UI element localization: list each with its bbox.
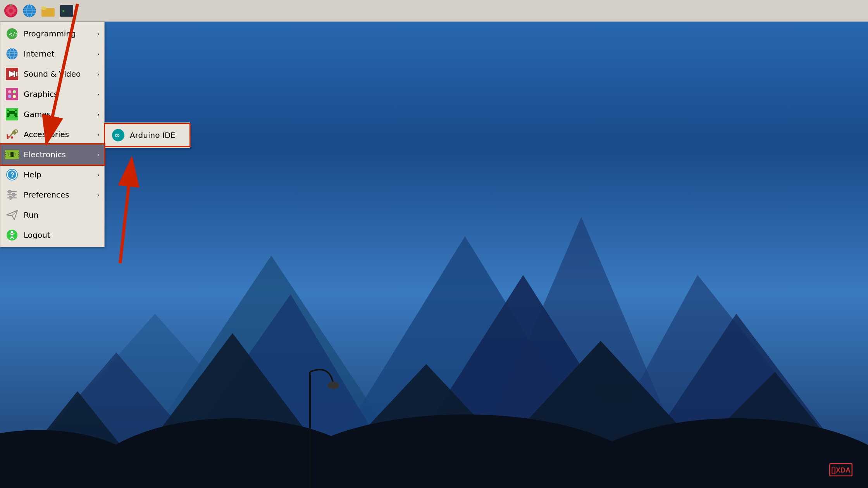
programming-label: Programming (24, 29, 94, 38)
svg-rect-67 (15, 116, 17, 117)
menu-item-sound-video[interactable]: Sound & Video › (0, 64, 104, 84)
games-label: Games (24, 110, 94, 119)
svg-rect-61 (15, 110, 17, 111)
programming-icon: </> (5, 27, 19, 41)
svg-rect-81 (10, 152, 14, 157)
svg-text:[]XDA: []XDA (831, 466, 851, 474)
main-menu-panel: </> Programming › Internet › (0, 22, 105, 247)
menu-item-help[interactable]: ? Help › (0, 165, 104, 185)
svg-line-32 (11, 5, 12, 6)
preferences-icon (5, 188, 19, 202)
taskbar: >_ (0, 0, 868, 22)
submenu-item-arduino-ide[interactable]: ∞ Arduino IDE (105, 124, 189, 146)
application-menu: </> Programming › Internet › (0, 22, 190, 247)
menu-item-accessories[interactable]: Accessories › (0, 124, 104, 144)
sound-video-icon (5, 67, 19, 81)
terminal-button[interactable]: >_ (58, 2, 75, 19)
sound-video-arrow: › (97, 70, 100, 78)
internet-arrow: › (97, 50, 100, 58)
svg-point-28 (9, 13, 12, 16)
menu-item-graphics[interactable]: Graphics › (0, 84, 104, 104)
svg-text:>_: >_ (62, 8, 68, 14)
electronics-arrow: › (97, 151, 100, 158)
arduino-ide-label: Arduino IDE (130, 131, 176, 140)
menu-item-preferences[interactable]: Preferences › (0, 185, 104, 205)
svg-text:</>: </> (9, 31, 18, 37)
svg-point-95 (12, 193, 15, 196)
help-arrow: › (97, 171, 100, 179)
menu-item-electronics[interactable]: Electronics › (0, 144, 104, 165)
svg-point-29 (9, 9, 13, 13)
help-icon: ? (5, 168, 19, 182)
programming-arrow: › (97, 30, 100, 38)
svg-rect-60 (7, 110, 9, 111)
svg-point-23 (9, 6, 12, 9)
svg-rect-52 (14, 71, 15, 77)
electronics-icon (5, 148, 19, 162)
svg-point-58 (13, 95, 16, 98)
internet-label: Internet (24, 49, 94, 58)
graphics-arrow: › (97, 91, 100, 98)
graphics-icon (5, 87, 19, 101)
help-label: Help (24, 170, 94, 179)
graphics-label: Graphics (24, 89, 94, 99)
accessories-arrow: › (97, 131, 100, 138)
games-arrow: › (97, 111, 100, 118)
menu-item-internet[interactable]: Internet › (0, 44, 104, 64)
sound-video-label: Sound & Video (24, 69, 94, 79)
svg-point-96 (9, 196, 12, 199)
electronics-label: Electronics (24, 150, 94, 159)
svg-rect-62 (9, 111, 15, 113)
accessories-icon (5, 127, 19, 141)
svg-point-57 (8, 95, 11, 98)
svg-rect-65 (14, 114, 17, 116)
electronics-submenu: ∞ Arduino IDE (105, 122, 190, 148)
svg-text:∞: ∞ (115, 131, 120, 139)
svg-point-55 (8, 90, 11, 93)
preferences-arrow: › (97, 191, 100, 199)
run-icon (5, 208, 19, 222)
games-icon (5, 107, 19, 121)
accessories-label: Accessories (24, 130, 94, 139)
svg-rect-54 (6, 88, 18, 100)
menu-item-logout[interactable]: Logout (0, 225, 104, 245)
svg-point-56 (13, 90, 16, 93)
preferences-label: Preferences (24, 190, 94, 199)
lamp-post (271, 352, 349, 488)
svg-rect-63 (7, 113, 17, 114)
svg-text:?: ? (10, 172, 14, 178)
svg-rect-64 (7, 114, 10, 116)
menu-item-run[interactable]: Run (0, 205, 104, 225)
svg-point-19 (327, 381, 339, 389)
svg-rect-53 (16, 72, 17, 76)
svg-rect-40 (41, 7, 46, 10)
svg-point-94 (8, 190, 11, 193)
run-label: Run (24, 210, 100, 220)
xda-watermark: []XDA (829, 463, 852, 476)
svg-point-100 (11, 231, 13, 233)
menu-item-games[interactable]: Games › (0, 104, 104, 124)
logout-label: Logout (24, 230, 100, 240)
logout-icon (5, 228, 19, 242)
raspberry-pi-button[interactable] (2, 2, 19, 19)
web-browser-button[interactable] (21, 2, 38, 19)
svg-point-73 (11, 136, 13, 139)
svg-rect-66 (7, 116, 9, 117)
internet-icon (5, 47, 19, 61)
svg-point-70 (14, 130, 17, 133)
arduino-ide-icon: ∞ (111, 128, 125, 142)
file-manager-button[interactable] (40, 2, 57, 19)
menu-item-programming[interactable]: </> Programming › (0, 24, 104, 44)
